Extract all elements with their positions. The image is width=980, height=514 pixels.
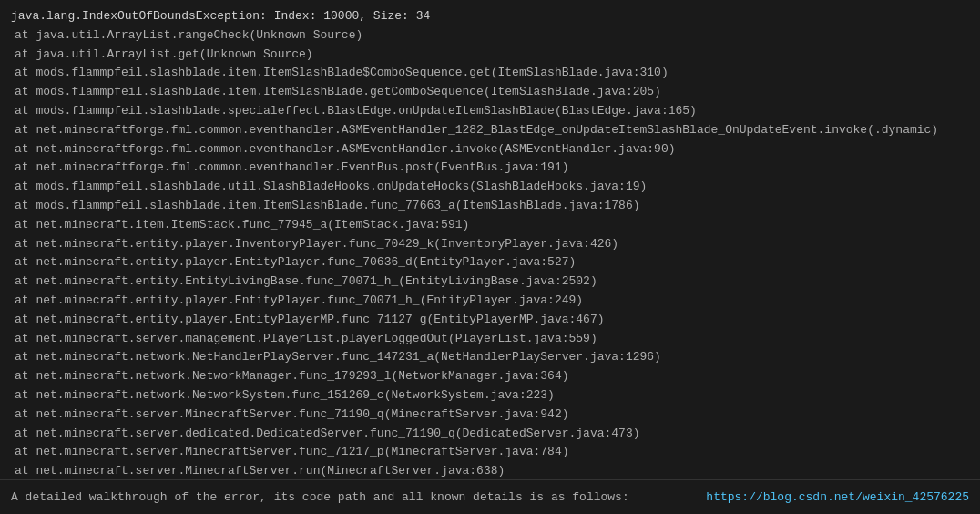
stack-trace-area: java.lang.IndexOutOfBoundsException: Ind…	[0, 0, 980, 479]
stack-trace-line: at net.minecraft.network.NetworkSystem.f…	[11, 386, 969, 406]
stack-trace-line: at net.minecraft.server.dedicated.Dedica…	[11, 425, 969, 444]
stack-trace-line: at mods.flammpfeil.slashblade.specialeff…	[11, 102, 969, 121]
stack-trace-line: at net.minecraft.entity.player.Inventory…	[11, 235, 969, 254]
stack-trace-line: at net.minecraft.entity.player.EntityPla…	[11, 253, 969, 272]
stack-trace-line: at net.minecraft.server.MinecraftServer.…	[11, 462, 969, 479]
stack-trace-line: at net.minecraft.item.ItemStack.func_779…	[11, 216, 969, 235]
stack-trace-line: at net.minecraft.entity.player.EntityPla…	[11, 311, 969, 330]
stack-trace-line: at mods.flammpfeil.slashblade.item.ItemS…	[11, 83, 969, 102]
stack-trace-line: at net.minecraftforge.fml.common.eventha…	[11, 159, 969, 178]
stack-trace-line: at net.minecraftforge.fml.common.eventha…	[11, 140, 969, 159]
stack-trace-line: at net.minecraft.network.NetHandlerPlayS…	[11, 348, 969, 367]
footer-link[interactable]: https://blog.csdn.net/weixin_42576225	[706, 490, 969, 504]
stack-trace-line: at java.util.ArrayList.rangeCheck(Unknow…	[11, 26, 969, 46]
stack-trace-line: at net.minecraftforge.fml.common.eventha…	[11, 121, 969, 140]
error-header: java.lang.IndexOutOfBoundsException: Ind…	[11, 7, 969, 26]
stack-trace-line: at mods.flammpfeil.slashblade.item.ItemS…	[11, 197, 969, 216]
stack-trace-line: at mods.flammpfeil.slashblade.util.Slash…	[11, 178, 969, 197]
stack-trace-line: at mods.flammpfeil.slashblade.item.ItemS…	[11, 64, 969, 83]
stack-trace-line: at net.minecraft.server.management.Playe…	[11, 330, 969, 349]
stack-trace-line: at net.minecraft.server.MinecraftServer.…	[11, 443, 969, 462]
footer-bar: A detailed walkthrough of the error, its…	[0, 479, 980, 514]
stack-trace-line: at java.util.ArrayList.get(Unknown Sourc…	[11, 46, 969, 65]
stack-trace-line: at net.minecraft.entity.EntityLivingBase…	[11, 272, 969, 292]
stack-trace-line: at net.minecraft.network.NetworkManager.…	[11, 367, 969, 386]
main-container: java.lang.IndexOutOfBoundsException: Ind…	[0, 0, 980, 514]
stack-trace-line: at net.minecraft.server.MinecraftServer.…	[11, 406, 969, 425]
footer-description: A detailed walkthrough of the error, its…	[11, 490, 629, 504]
stack-trace-line: at net.minecraft.entity.player.EntityPla…	[11, 292, 969, 311]
